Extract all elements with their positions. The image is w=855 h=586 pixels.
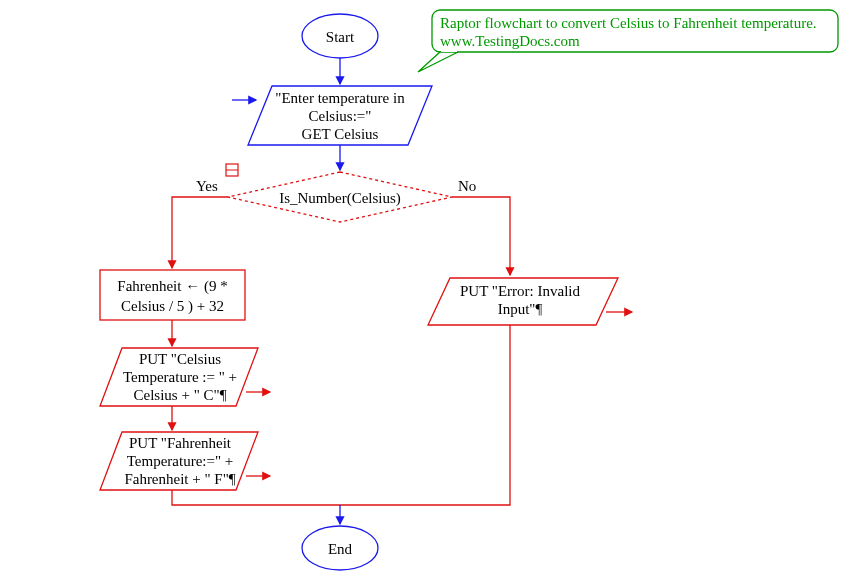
no-label: No xyxy=(458,177,476,196)
end-label: End xyxy=(324,540,356,559)
callout-line1: Raptor flowchart to convert Celsius to F… xyxy=(440,14,832,33)
outc-line3: Celsius + " C"¶ xyxy=(110,386,250,405)
outf-line1: PUT "Fahrenheit xyxy=(110,434,250,453)
outf-line2: Temperature:=" + xyxy=(110,452,250,471)
callout-line2: www.TestingDocs.com xyxy=(440,32,832,51)
outc-line1: PUT "Celsius xyxy=(110,350,250,369)
assign-line2: Celsius / 5 ) + 32 xyxy=(102,297,243,316)
err-line1: PUT "Error: Invalid xyxy=(440,282,600,301)
err-line2: Input"¶ xyxy=(440,300,600,319)
outf-line3: Fahrenheit + " F"¶ xyxy=(110,470,250,489)
outc-line2: Temperature := " + xyxy=(110,368,250,387)
start-label: Start xyxy=(322,28,358,47)
input-line1: "Enter temperature in xyxy=(260,89,420,108)
assign-line1: Fahrenheit ← (9 * xyxy=(102,277,243,296)
input-line2: Celsius:=" xyxy=(260,107,420,126)
yes-label: Yes xyxy=(196,177,218,196)
input-line3: GET Celsius xyxy=(260,125,420,144)
decision-label: Is_Number(Celsius) xyxy=(262,189,418,208)
